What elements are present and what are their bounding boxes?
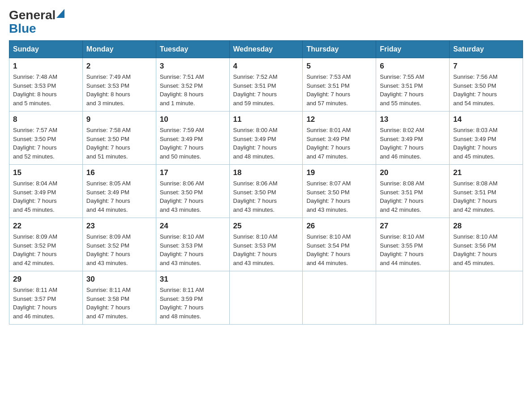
day-info: Sunrise: 8:05 AMSunset: 3:49 PMDaylight:… xyxy=(86,179,152,214)
calendar-cell: 7 Sunrise: 7:56 AMSunset: 3:50 PMDayligh… xyxy=(450,58,523,111)
day-info: Sunrise: 7:48 AMSunset: 3:53 PMDaylight:… xyxy=(13,73,79,107)
day-number: 14 xyxy=(453,115,519,124)
calendar-cell: 1 Sunrise: 7:48 AMSunset: 3:53 PMDayligh… xyxy=(9,58,83,111)
calendar-cell: 21 Sunrise: 8:08 AMSunset: 3:51 PMDaylig… xyxy=(450,165,523,218)
header-thursday: Thursday xyxy=(303,41,376,58)
week-row-5: 29 Sunrise: 8:11 AMSunset: 3:57 PMDaylig… xyxy=(9,271,523,325)
weekday-header-row: SundayMondayTuesdayWednesdayThursdayFrid… xyxy=(9,41,523,58)
header-wednesday: Wednesday xyxy=(229,41,303,58)
header-monday: Monday xyxy=(82,41,156,58)
day-number: 1 xyxy=(13,62,79,71)
calendar-cell: 17 Sunrise: 8:06 AMSunset: 3:50 PMDaylig… xyxy=(156,165,229,218)
day-number: 15 xyxy=(13,168,79,177)
calendar-cell xyxy=(303,271,376,325)
day-info: Sunrise: 8:02 AMSunset: 3:49 PMDaylight:… xyxy=(380,126,446,161)
day-number: 5 xyxy=(306,62,372,71)
day-info: Sunrise: 8:10 AMSunset: 3:53 PMDaylight:… xyxy=(160,232,226,267)
calendar-cell: 30 Sunrise: 8:11 AMSunset: 3:58 PMDaylig… xyxy=(82,271,156,325)
day-info: Sunrise: 7:53 AMSunset: 3:51 PMDaylight:… xyxy=(306,73,372,107)
calendar-cell: 27 Sunrise: 8:10 AMSunset: 3:55 PMDaylig… xyxy=(376,218,450,271)
day-info: Sunrise: 7:56 AMSunset: 3:50 PMDaylight:… xyxy=(453,73,519,107)
day-info: Sunrise: 7:59 AMSunset: 3:49 PMDaylight:… xyxy=(160,126,226,161)
week-row-1: 1 Sunrise: 7:48 AMSunset: 3:53 PMDayligh… xyxy=(9,58,523,111)
day-number: 24 xyxy=(160,222,226,231)
week-row-3: 15 Sunrise: 8:04 AMSunset: 3:49 PMDaylig… xyxy=(9,165,523,218)
day-info: Sunrise: 8:03 AMSunset: 3:49 PMDaylight:… xyxy=(453,126,519,161)
calendar-cell: 26 Sunrise: 8:10 AMSunset: 3:54 PMDaylig… xyxy=(303,218,376,271)
calendar-cell: 18 Sunrise: 8:06 AMSunset: 3:50 PMDaylig… xyxy=(229,165,303,218)
day-number: 3 xyxy=(160,62,226,71)
day-info: Sunrise: 7:55 AMSunset: 3:51 PMDaylight:… xyxy=(380,73,446,107)
header-sunday: Sunday xyxy=(9,41,83,58)
day-info: Sunrise: 8:11 AMSunset: 3:59 PMDaylight:… xyxy=(160,286,226,321)
day-number: 19 xyxy=(306,168,372,177)
page-header: General Blue xyxy=(9,9,523,36)
day-number: 30 xyxy=(86,275,152,284)
calendar-cell: 8 Sunrise: 7:57 AMSunset: 3:50 PMDayligh… xyxy=(9,111,83,165)
calendar-cell: 23 Sunrise: 8:09 AMSunset: 3:52 PMDaylig… xyxy=(82,218,156,271)
calendar-cell: 24 Sunrise: 8:10 AMSunset: 3:53 PMDaylig… xyxy=(156,218,229,271)
day-info: Sunrise: 7:49 AMSunset: 3:53 PMDaylight:… xyxy=(86,73,152,107)
day-info: Sunrise: 8:06 AMSunset: 3:50 PMDaylight:… xyxy=(160,179,226,214)
day-number: 7 xyxy=(453,62,519,71)
calendar-cell: 31 Sunrise: 8:11 AMSunset: 3:59 PMDaylig… xyxy=(156,271,229,325)
calendar-cell: 10 Sunrise: 7:59 AMSunset: 3:49 PMDaylig… xyxy=(156,111,229,165)
calendar-cell: 14 Sunrise: 8:03 AMSunset: 3:49 PMDaylig… xyxy=(450,111,523,165)
day-number: 8 xyxy=(13,115,79,124)
week-row-2: 8 Sunrise: 7:57 AMSunset: 3:50 PMDayligh… xyxy=(9,111,523,165)
day-number: 4 xyxy=(233,62,299,71)
day-number: 6 xyxy=(380,62,446,71)
calendar-cell: 16 Sunrise: 8:05 AMSunset: 3:49 PMDaylig… xyxy=(82,165,156,218)
day-number: 27 xyxy=(380,222,446,231)
header-friday: Friday xyxy=(376,41,450,58)
day-number: 29 xyxy=(13,275,79,284)
day-number: 23 xyxy=(86,222,152,231)
logo-arrow-icon xyxy=(56,9,64,18)
calendar-cell: 29 Sunrise: 8:11 AMSunset: 3:57 PMDaylig… xyxy=(9,271,83,325)
calendar-cell: 9 Sunrise: 7:58 AMSunset: 3:50 PMDayligh… xyxy=(82,111,156,165)
calendar-cell xyxy=(376,271,450,325)
calendar-table: SundayMondayTuesdayWednesdayThursdayFrid… xyxy=(9,40,523,325)
day-info: Sunrise: 8:11 AMSunset: 3:58 PMDaylight:… xyxy=(86,286,152,321)
day-number: 16 xyxy=(86,168,152,177)
day-number: 18 xyxy=(233,168,299,177)
day-info: Sunrise: 8:08 AMSunset: 3:51 PMDaylight:… xyxy=(453,179,519,214)
day-info: Sunrise: 8:10 AMSunset: 3:54 PMDaylight:… xyxy=(306,232,372,267)
day-info: Sunrise: 8:01 AMSunset: 3:49 PMDaylight:… xyxy=(306,126,372,161)
day-info: Sunrise: 7:58 AMSunset: 3:50 PMDaylight:… xyxy=(86,126,152,161)
day-info: Sunrise: 8:06 AMSunset: 3:50 PMDaylight:… xyxy=(233,179,299,214)
day-info: Sunrise: 8:04 AMSunset: 3:49 PMDaylight:… xyxy=(13,179,79,214)
calendar-cell xyxy=(450,271,523,325)
day-info: Sunrise: 8:10 AMSunset: 3:56 PMDaylight:… xyxy=(453,232,519,267)
day-number: 25 xyxy=(233,222,299,231)
calendar-cell: 11 Sunrise: 8:00 AMSunset: 3:49 PMDaylig… xyxy=(229,111,303,165)
logo-general-text: General xyxy=(9,9,56,21)
calendar-cell: 2 Sunrise: 7:49 AMSunset: 3:53 PMDayligh… xyxy=(82,58,156,111)
day-info: Sunrise: 8:10 AMSunset: 3:53 PMDaylight:… xyxy=(233,232,299,267)
day-number: 31 xyxy=(160,275,226,284)
calendar-cell: 28 Sunrise: 8:10 AMSunset: 3:56 PMDaylig… xyxy=(450,218,523,271)
header-tuesday: Tuesday xyxy=(156,41,229,58)
day-info: Sunrise: 8:10 AMSunset: 3:55 PMDaylight:… xyxy=(380,232,446,267)
day-number: 26 xyxy=(306,222,372,231)
calendar-cell: 15 Sunrise: 8:04 AMSunset: 3:49 PMDaylig… xyxy=(9,165,83,218)
day-info: Sunrise: 8:09 AMSunset: 3:52 PMDaylight:… xyxy=(86,232,152,267)
day-number: 20 xyxy=(380,168,446,177)
day-info: Sunrise: 8:09 AMSunset: 3:52 PMDaylight:… xyxy=(13,232,79,267)
day-info: Sunrise: 7:52 AMSunset: 3:51 PMDaylight:… xyxy=(233,73,299,107)
day-number: 12 xyxy=(306,115,372,124)
week-row-4: 22 Sunrise: 8:09 AMSunset: 3:52 PMDaylig… xyxy=(9,218,523,271)
day-info: Sunrise: 8:11 AMSunset: 3:57 PMDaylight:… xyxy=(13,286,79,321)
calendar-cell: 3 Sunrise: 7:51 AMSunset: 3:52 PMDayligh… xyxy=(156,58,229,111)
day-number: 9 xyxy=(86,115,152,124)
calendar-cell: 12 Sunrise: 8:01 AMSunset: 3:49 PMDaylig… xyxy=(303,111,376,165)
day-number: 13 xyxy=(380,115,446,124)
calendar-cell: 19 Sunrise: 8:07 AMSunset: 3:50 PMDaylig… xyxy=(303,165,376,218)
calendar-cell: 4 Sunrise: 7:52 AMSunset: 3:51 PMDayligh… xyxy=(229,58,303,111)
calendar-cell: 20 Sunrise: 8:08 AMSunset: 3:51 PMDaylig… xyxy=(376,165,450,218)
day-info: Sunrise: 7:51 AMSunset: 3:52 PMDaylight:… xyxy=(160,73,226,107)
day-info: Sunrise: 8:08 AMSunset: 3:51 PMDaylight:… xyxy=(380,179,446,214)
calendar-cell: 25 Sunrise: 8:10 AMSunset: 3:53 PMDaylig… xyxy=(229,218,303,271)
calendar-cell: 13 Sunrise: 8:02 AMSunset: 3:49 PMDaylig… xyxy=(376,111,450,165)
day-info: Sunrise: 8:07 AMSunset: 3:50 PMDaylight:… xyxy=(306,179,372,214)
